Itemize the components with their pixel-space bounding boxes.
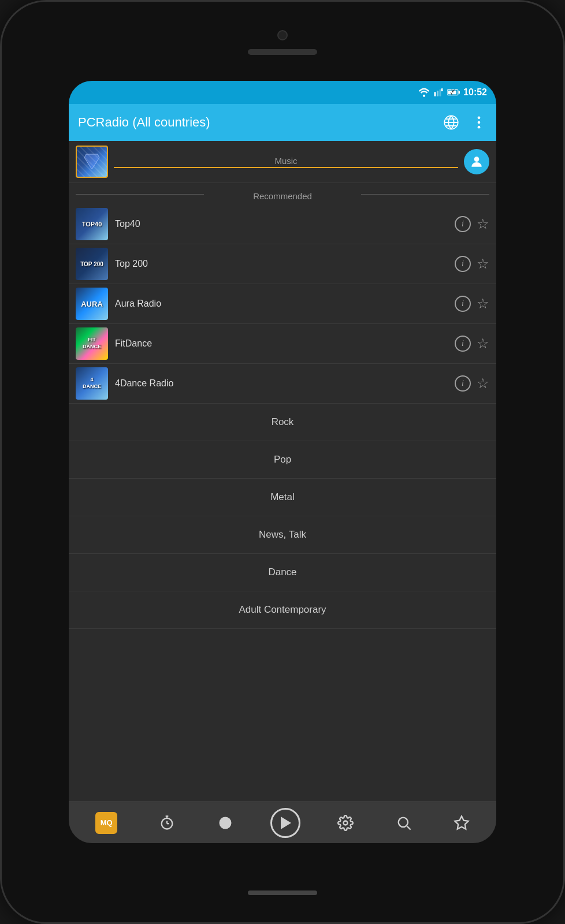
now-playing-thumbnail[interactable]	[76, 146, 108, 178]
mq-badge: MQ	[95, 812, 117, 834]
genre-item-dance[interactable]: Dance	[69, 554, 496, 591]
now-playing-label[interactable]: Music	[114, 156, 458, 168]
more-options-icon[interactable]	[471, 114, 487, 131]
svg-point-18	[478, 126, 481, 129]
svg-line-29	[407, 826, 410, 829]
info-button-top40[interactable]: i	[455, 216, 471, 232]
wifi-icon	[418, 88, 430, 97]
genre-item-adult-contemporary[interactable]: Adult Contemporary	[69, 591, 496, 629]
phone-frame: 10:52 PCRadio (All countries)	[0, 0, 565, 924]
search-button[interactable]	[391, 810, 417, 836]
mq-button[interactable]: MQ	[91, 807, 122, 839]
genre-item-pop[interactable]: Pop	[69, 441, 496, 479]
record-icon	[217, 815, 233, 831]
favorite-button-4dance[interactable]: ☆	[477, 375, 489, 392]
app-bar-icons	[443, 114, 487, 131]
svg-point-28	[398, 817, 407, 826]
station-thumb-top40: TOP40	[76, 208, 108, 240]
status-bar: 10:52	[69, 81, 496, 104]
station-item-4dance[interactable]: 4DANCE 4Dance Radio i ☆	[69, 364, 496, 404]
station-name-aura: Aura Radio	[115, 299, 455, 309]
station-name-4dance: 4Dance Radio	[115, 378, 455, 389]
station-thumb-top200: TOP 200	[76, 248, 108, 280]
settings-button[interactable]	[333, 810, 358, 836]
now-playing-bar: Music	[69, 141, 496, 183]
settings-icon	[337, 815, 354, 831]
station-item-aura[interactable]: AURA Aura Radio i ☆	[69, 284, 496, 324]
info-button-4dance[interactable]: i	[455, 375, 471, 392]
station-name-top200: Top 200	[115, 259, 455, 269]
station-actions-aura: i ☆	[455, 296, 489, 312]
timer-button[interactable]	[154, 810, 180, 836]
phone-camera	[277, 30, 288, 40]
favorites-button[interactable]	[449, 810, 474, 836]
play-triangle-icon	[281, 817, 291, 829]
station-name-fitdance: FitDance	[115, 338, 455, 349]
timer-icon	[159, 815, 175, 831]
favorite-button-top40[interactable]: ☆	[477, 216, 489, 232]
svg-point-17	[478, 121, 481, 124]
genre-item-metal[interactable]: Metal	[69, 479, 496, 516]
play-button[interactable]	[270, 808, 300, 838]
svg-marker-30	[455, 816, 468, 829]
svg-rect-1	[434, 92, 436, 96]
info-button-top200[interactable]: i	[455, 256, 471, 272]
genre-item-news-talk[interactable]: News, Talk	[69, 516, 496, 554]
station-actions-top40: i ☆	[455, 216, 489, 232]
info-button-fitdance[interactable]: i	[455, 336, 471, 352]
svg-point-0	[423, 95, 425, 97]
svg-point-20	[474, 157, 479, 162]
svg-rect-3	[440, 90, 441, 96]
app-bar: PCRadio (All countries)	[69, 104, 496, 141]
svg-point-26	[219, 817, 231, 829]
favorite-button-fitdance[interactable]: ☆	[477, 336, 489, 352]
station-item-fitdance[interactable]: FITDANCE FitDance i ☆	[69, 324, 496, 364]
svg-point-16	[478, 117, 481, 120]
station-thumb-aura: AURA	[76, 288, 108, 320]
battery-icon	[447, 88, 460, 96]
svg-rect-2	[437, 91, 438, 96]
station-actions-4dance: i ☆	[455, 375, 489, 392]
favorites-icon	[454, 815, 470, 831]
content-area: Music Recommended TOP40 Top40 i ☆	[69, 141, 496, 802]
favorite-button-top200[interactable]: ☆	[477, 256, 489, 272]
station-name-top40: Top40	[115, 219, 455, 229]
station-actions-top200: i ☆	[455, 256, 489, 272]
svg-point-27	[344, 821, 348, 825]
station-thumb-4dance: 4DANCE	[76, 367, 108, 400]
record-button[interactable]	[213, 810, 238, 836]
info-button-aura[interactable]: i	[455, 296, 471, 312]
bottom-nav: MQ	[69, 802, 496, 843]
favorite-button-aura[interactable]: ☆	[477, 296, 489, 312]
globe-icon[interactable]	[443, 114, 459, 131]
phone-screen: 10:52 PCRadio (All countries)	[69, 81, 496, 843]
avatar-button[interactable]	[464, 149, 489, 174]
app-title: PCRadio (All countries)	[78, 115, 443, 130]
search-icon	[396, 815, 412, 831]
station-thumb-fitdance: FITDANCE	[76, 327, 108, 360]
station-item-top200[interactable]: TOP 200 Top 200 i ☆	[69, 244, 496, 284]
svg-rect-7	[459, 91, 460, 94]
recommended-header: Recommended	[69, 183, 496, 204]
phone-speaker	[248, 49, 317, 55]
signal-icon	[433, 88, 444, 97]
phone-home-button[interactable]	[248, 891, 317, 895]
status-time: 10:52	[463, 87, 487, 98]
station-item-top40[interactable]: TOP40 Top40 i ☆	[69, 204, 496, 244]
status-icons: 10:52	[418, 87, 487, 98]
genre-item-rock[interactable]: Rock	[69, 404, 496, 441]
station-actions-fitdance: i ☆	[455, 336, 489, 352]
svg-marker-19	[84, 154, 99, 169]
